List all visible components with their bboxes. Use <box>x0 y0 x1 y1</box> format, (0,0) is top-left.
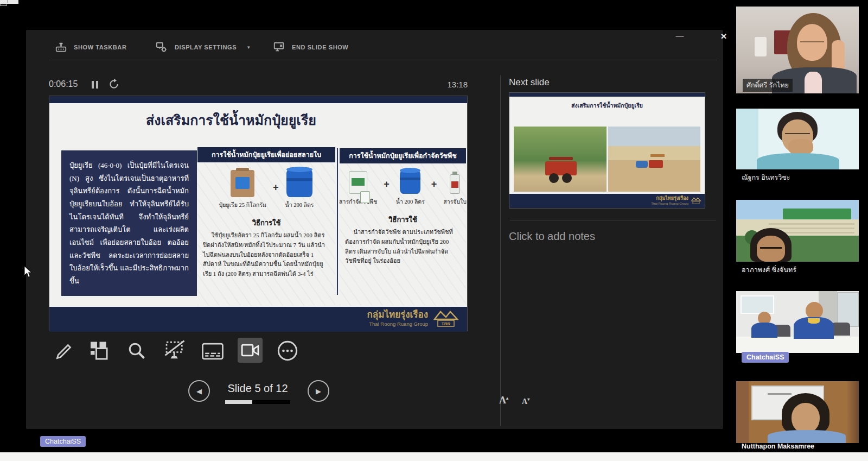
urea-sack-label: ปุ๋ยยูเรีย 25 กิโลกรัม <box>219 200 266 210</box>
slide-top-bar <box>49 96 467 103</box>
water-barrel-icon <box>400 170 420 194</box>
participant-video-4[interactable] <box>736 291 859 353</box>
preview-brand-thai: กลุ่มไทยรุ่งเรือง <box>651 195 688 201</box>
decompose-method-text: ใช้ปุ๋ยยูเรียอัตรา 25 กิโลกรัม ผสมน้ำ 20… <box>197 231 335 279</box>
slide-progress-bar <box>225 400 290 404</box>
end-slide-show-button[interactable]: END SLIDE SHOW <box>273 40 348 55</box>
display-settings-icon <box>156 41 168 53</box>
participant-name: ศักดิ์ศรี รักไทย <box>743 79 793 92</box>
slide-progress-fill <box>225 400 252 404</box>
preview-trr-logo <box>691 195 701 206</box>
end-slide-show-icon <box>273 41 285 53</box>
herbicide-jug-icon <box>349 171 367 194</box>
current-slide[interactable]: ส่งเสริมการใช้น้ำหมักปุ๋ยยูเรีย ปุ๋ยยูเร… <box>49 96 468 331</box>
decompose-method-title: วิธีการใช้ <box>252 217 281 229</box>
brand-name-thai: กลุ่มไทยรุ่งเรือง <box>367 309 428 321</box>
previous-slide-button[interactable]: ◀ <box>188 380 210 402</box>
minimize-button[interactable]: — <box>672 31 688 43</box>
pen-tool-button[interactable] <box>51 339 75 363</box>
close-button[interactable]: × <box>716 29 731 43</box>
triangle-up-icon: ▴ <box>506 396 508 401</box>
next-slide-heading: Next slide <box>509 77 550 88</box>
plus-sign: + <box>273 182 279 193</box>
participant-name: อาภาพงศ์ ซิ่งจันทร์ <box>742 264 796 275</box>
black-screen-button[interactable] <box>161 338 188 364</box>
next-slide-preview[interactable]: ส่งเสริมการใช้น้ำหมักปุ๋ยยูเรีย กลุ่มไทย… <box>509 92 705 209</box>
decompose-column: ปุ๋ยยูเรีย 25 กิโลกรัม + น้ำ 200 ลิตร วิ… <box>197 162 335 306</box>
water-barrel-label: น้ำ 200 ลิตร <box>285 200 314 210</box>
preview-top-bar <box>509 93 705 97</box>
next-arrow-icon: ▶ <box>316 387 321 395</box>
pen-icon <box>53 341 73 361</box>
sticker-bottle-icon <box>450 174 460 194</box>
previous-arrow-icon: ◀ <box>196 387 202 395</box>
magnifier-icon <box>127 341 146 361</box>
participant-name: Nutthapon Maksamree <box>742 443 814 450</box>
end-slide-show-label: END SLIDE SHOW <box>292 44 348 50</box>
herbicide-label: สารกำจัดวัชพืช <box>339 197 377 206</box>
participant-name-active-speaker: ChatchaiSS <box>742 352 789 363</box>
water-barrel-icon <box>286 169 312 197</box>
screen-share-presenter-badge: ChatchaiSS <box>40 436 86 447</box>
camera-toggle-button[interactable] <box>238 338 263 363</box>
brand-name-english: Thai Roong Ruang Group <box>367 321 428 327</box>
weed-method-title: วิธีการใช้ <box>388 214 417 225</box>
elapsed-timer: 0:06:15 <box>49 79 78 89</box>
slide-intro-text: ปุ๋ยยูเรีย (46-0-0) เป็นปุ๋ยที่มีไนโตรเจ… <box>61 150 197 296</box>
svg-text:TRR: TRR <box>442 321 451 326</box>
triangle-down-icon: ▾ <box>527 397 529 402</box>
decrease-font-button[interactable]: A▾ <box>522 397 529 406</box>
toolbar-divider <box>49 60 717 60</box>
display-settings-button[interactable]: DISPLAY SETTINGS ▼ <box>156 40 251 55</box>
weed-method-text: นำสารกำจัดวัชพืช ตามประเภทวัชพืชที่ต้องก… <box>340 228 466 266</box>
column-divider <box>337 148 338 295</box>
chevron-down-icon: ▼ <box>246 45 251 50</box>
slide-footer: กลุ่มไทยรุ่งเรือง Thai Roong Ruang Group… <box>49 307 467 332</box>
participant-name: ณัฐกร อินทรวิชะ <box>742 172 790 183</box>
sticker-bottle-label: สารจับใบ <box>443 197 467 206</box>
participant-video-2[interactable] <box>736 109 859 169</box>
slide-title: ส่งเสริมการใช้น้ำหมักปุ๋ยยูเรีย <box>49 109 467 131</box>
participant-video-3[interactable] <box>736 200 859 262</box>
preview-footer: กลุ่มไทยรุ่งเรือง Thai Roong Ruang Group <box>509 194 705 208</box>
taskbar-icon <box>55 42 67 53</box>
panel-divider <box>500 75 501 426</box>
weed-column-header: การใช้น้ำหมักปุ๋ยยูเรียเพื่อกำจัดวัชพืช <box>340 148 466 163</box>
plus-sign: + <box>431 179 437 190</box>
ellipsis-icon <box>277 340 298 362</box>
water-barrel-label: น้ำ 200 ลิตร <box>396 197 425 206</box>
show-taskbar-label: SHOW TASKBAR <box>74 44 126 50</box>
screen: — × SHOW TASKBAR DISPLAY SETTINGS ▼ END … <box>0 0 868 461</box>
notes-input-area[interactable]: Click to add notes <box>505 223 717 388</box>
all-slides-icon <box>89 341 108 361</box>
preview-brand-english: Thai Roong Ruang Group <box>651 201 688 206</box>
display-settings-label: DISPLAY SETTINGS <box>175 44 237 50</box>
more-options-button[interactable] <box>276 339 299 363</box>
plus-sign: + <box>384 179 390 190</box>
subtitles-button[interactable] <box>200 341 226 362</box>
notes-placeholder: Click to add notes <box>509 230 595 243</box>
decompose-column-header: การใช้น้ำหมักปุ๋ยยูเรียเพื่อย่อยสลายใบ <box>197 147 335 162</box>
show-taskbar-button[interactable]: SHOW TASKBAR <box>55 40 126 55</box>
preview-photo-sugarcane <box>514 127 607 192</box>
black-screen-icon <box>164 340 186 362</box>
clock: 13:18 <box>433 80 468 89</box>
weed-column: สารกำจัดวัชพืช + น้ำ 200 ลิตร + สารจับใบ… <box>340 163 466 306</box>
trr-logo: TRR <box>432 310 459 329</box>
preview-photo-field <box>608 127 701 192</box>
see-all-slides-button[interactable] <box>87 339 111 363</box>
subtitles-icon <box>202 342 224 361</box>
mouse-cursor <box>24 266 33 281</box>
pause-timer-button[interactable] <box>91 81 100 89</box>
restart-timer-button[interactable] <box>108 79 119 90</box>
notes-divider <box>510 220 716 220</box>
slide-counter: Slide 5 of 12 <box>217 382 298 395</box>
preview-slide-title: ส่งเสริมการใช้น้ำหมักปุ๋ยยูเรีย <box>509 101 705 110</box>
next-slide-button[interactable]: ▶ <box>308 380 329 402</box>
bottom-strip <box>0 452 868 461</box>
camera-icon <box>241 342 259 358</box>
participant-video-5[interactable] <box>736 381 859 443</box>
urea-sack-icon <box>231 170 254 197</box>
zoom-slide-button[interactable] <box>125 339 149 363</box>
increase-font-button[interactable]: A▴ <box>499 395 508 406</box>
